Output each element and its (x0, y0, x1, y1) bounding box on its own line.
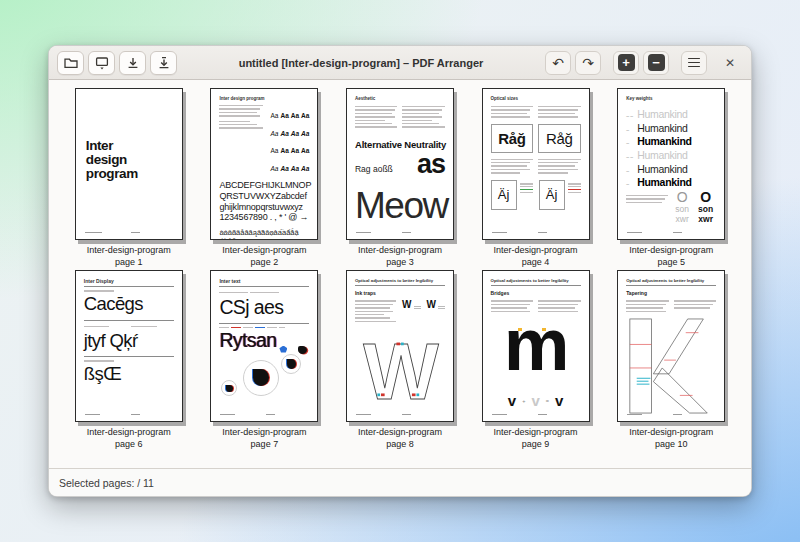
chromatic-detail-circles (219, 354, 309, 400)
page-preview-6: Inter Display Cacēgs jtyf Qķŕ ßşŒ (75, 270, 183, 422)
page-caption: Inter-design-programpage 8 (358, 427, 442, 450)
open-button[interactable] (57, 51, 84, 75)
selected-pages-label: Selected pages: / 11 (59, 477, 154, 489)
page-thumbnail-9[interactable]: Optical adjustments to better legibility… (482, 270, 590, 450)
page-caption: Inter-design-programpage 3 (358, 245, 442, 268)
redo-button[interactable]: ↷ (575, 51, 601, 75)
arrow-down-between-lines-icon (156, 55, 172, 71)
toolbar-left (57, 51, 177, 75)
page-thumbnail-7[interactable]: Inter text CSj aes Rytsan (210, 270, 318, 450)
save-button[interactable] (88, 51, 115, 75)
page-preview-4: Optical sizes Råğ Råğ (482, 88, 590, 240)
outlined-w-diagram: W (355, 328, 447, 408)
black-shape (298, 346, 307, 354)
page-caption: Inter-design-programpage 4 (494, 245, 578, 268)
page-thumbnail-4[interactable]: Optical sizes Råğ Råğ (482, 88, 590, 268)
headerbar: untitled [Inter-design-program] – PDF Ar… (49, 46, 751, 80)
cover-title: Inter design program (86, 139, 138, 182)
import-button[interactable] (119, 51, 146, 75)
page-preview-7: Inter text CSj aes Rytsan (210, 270, 318, 422)
micro-label (84, 290, 114, 291)
page-preview-10: Optical adjustments to better legibility… (617, 270, 725, 422)
outlined-k-diagram (626, 317, 718, 415)
accented-characters: àáâãäåāăąǎȁȃạảấầẩẫậ ắằẳẵặçćĉċčèéêëēĕėęě … (219, 228, 309, 240)
zoom-in-icon: + (618, 54, 635, 71)
save-icon (94, 55, 110, 71)
statusbar: Selected pages: / 11 (49, 468, 751, 496)
page-caption: Inter-design-programpage 6 (87, 427, 171, 450)
page-caption: Inter-design-programpage 9 (494, 427, 578, 450)
micro-text (219, 103, 263, 174)
page-preview-2: Inter design program AaAaAaAa AaAaAaAa A… (210, 88, 318, 240)
page-preview-1: Inter design program (75, 88, 183, 240)
pdf-arranger-window: untitled [Inter-design-program] – PDF Ar… (48, 45, 752, 497)
page-caption: Inter-design-programpage 2 (222, 245, 306, 268)
page-thumbnail-1[interactable]: Inter design program Inter-design-progra… (75, 88, 183, 268)
w-comparison: W W (402, 298, 445, 324)
menu-button[interactable] (681, 51, 707, 75)
thumbnail-grid: Inter design program Inter-design-progra… (49, 80, 751, 468)
page-preview-9: Optical adjustments to better legibility… (482, 270, 590, 422)
micro-text (491, 157, 581, 176)
page-caption: Inter-design-programpage 1 (87, 245, 171, 268)
page-thumbnail-8[interactable]: Optical adjustments to better legibility… (346, 270, 454, 450)
page-thumbnail-5[interactable]: Key weights – –Humankind –Humankind –Hum… (617, 88, 725, 268)
page-preview-5: Key weights – –Humankind –Humankind –Hum… (617, 88, 725, 240)
window-title: untitled [Inter-design-program] – PDF Ar… (181, 57, 541, 69)
page-thumbnail-3[interactable]: Aesthetic Alternative Neutrality Rag aoß… (346, 88, 454, 268)
micro-text (491, 104, 581, 120)
page-preview-3: Aesthetic Alternative Neutrality Rag aoß… (346, 88, 454, 240)
page-caption: Inter-design-programpage 7 (222, 427, 306, 450)
close-button[interactable]: ✕ (717, 51, 743, 75)
micro-text (626, 195, 668, 203)
hamburger-menu-icon (688, 58, 700, 68)
o-specimens: O son xwr O son xwr (675, 190, 713, 224)
glyph-equation: v + v = v (483, 393, 589, 408)
weight-rows: – –Humankind –Humankind –Humankind – –Hu… (626, 108, 716, 190)
zoom-in-button[interactable]: + (613, 51, 639, 75)
page-thumbnail-10[interactable]: Optical adjustments to better legibility… (617, 270, 725, 450)
m-diagram: m (491, 316, 581, 374)
folder-open-icon (63, 55, 79, 71)
page-caption: Inter-design-programpage 10 (629, 427, 713, 450)
svg-text:W: W (363, 328, 439, 408)
toolbar-right: ↶ ↷ + − ✕ (545, 51, 743, 75)
micro-text (355, 298, 396, 324)
page-thumbnail-2[interactable]: Inter design program AaAaAaAa AaAaAaAa A… (210, 88, 318, 268)
optical-size-specimens: Råğ Råğ (491, 124, 581, 153)
close-icon: ✕ (725, 56, 735, 70)
undo-icon: ↶ (552, 56, 564, 70)
page-thumbnail-6[interactable]: Inter Display Cacēgs jtyf Qķŕ ßşŒ (75, 270, 183, 450)
zoom-out-button[interactable]: − (643, 51, 669, 75)
page-preview-8: Optical adjustments to better legibility… (346, 270, 454, 422)
micro-label (219, 290, 279, 295)
colored-note (219, 327, 309, 328)
weight-grid: AaAaAaAa AaAaAaAa AaAaAaAa AaAaAaAa (269, 104, 310, 174)
zoom-out-icon: − (648, 54, 665, 71)
redo-icon: ↷ (582, 56, 594, 70)
arrow-down-to-line-icon (125, 55, 141, 71)
micro-label (84, 324, 174, 329)
micro-text (355, 104, 445, 130)
micro-text (626, 298, 716, 314)
micro-label (84, 360, 114, 361)
aj-specimens: Äj Äj (491, 180, 581, 210)
character-set: ABCDEFGHIJKLMNOP QRSTUVWXYZabcdef ghijkl… (219, 180, 309, 222)
export-button[interactable] (150, 51, 177, 75)
page-caption: Inter-design-programpage 5 (629, 245, 713, 268)
undo-button[interactable]: ↶ (545, 51, 571, 75)
